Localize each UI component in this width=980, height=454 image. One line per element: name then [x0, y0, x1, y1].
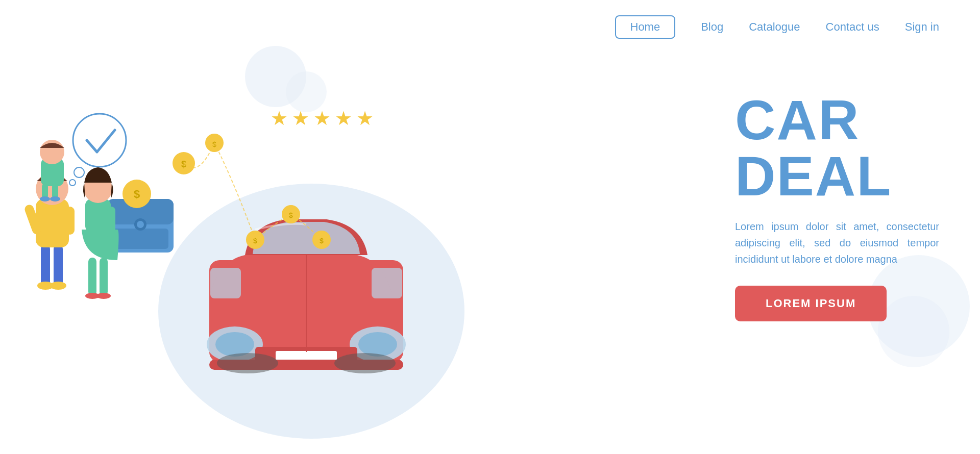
main-nav: Home Blog Catalogue Contact us Sign in	[521, 0, 980, 39]
nav-contact[interactable]: Contact us	[826, 20, 879, 34]
star-4: ★	[335, 107, 352, 130]
svg-point-32	[74, 167, 84, 178]
svg-rect-52	[85, 199, 111, 232]
svg-point-47	[50, 196, 60, 201]
svg-text:$: $	[134, 188, 140, 200]
svg-point-17	[137, 221, 144, 228]
svg-rect-34	[41, 245, 50, 286]
cta-button[interactable]: LOREM IPSUM	[735, 286, 887, 321]
star-rating: ★ ★ ★ ★ ★	[271, 107, 374, 130]
nav-blog[interactable]: Blog	[701, 20, 723, 34]
svg-point-11	[217, 353, 278, 373]
svg-text:$: $	[212, 140, 216, 148]
nav-signin[interactable]: Sign in	[905, 20, 939, 34]
star-3: ★	[313, 107, 331, 130]
svg-rect-2	[210, 268, 241, 298]
svg-rect-49	[100, 258, 108, 296]
svg-rect-3	[372, 268, 402, 298]
nav-catalogue[interactable]: Catalogue	[749, 20, 800, 34]
svg-rect-38	[36, 199, 69, 247]
svg-point-37	[50, 282, 66, 290]
hero-description: Lorem ipsum dolor sit amet, consectetur …	[735, 218, 939, 267]
svg-point-31	[73, 114, 126, 167]
svg-rect-18	[112, 229, 168, 249]
svg-rect-48	[88, 258, 96, 296]
svg-point-51	[96, 293, 111, 299]
svg-point-6	[215, 332, 254, 357]
illustration-svg: $ $ $ $ $ $	[0, 41, 561, 439]
star-1: ★	[271, 107, 288, 130]
svg-rect-54	[107, 207, 115, 240]
star-5: ★	[356, 107, 374, 130]
svg-point-7	[358, 332, 397, 357]
svg-rect-35	[54, 245, 63, 286]
nav-home[interactable]: Home	[615, 15, 676, 39]
svg-point-33	[69, 180, 76, 186]
svg-point-46	[40, 196, 50, 201]
hero-title: CAR DEAL	[735, 92, 939, 204]
svg-point-12	[334, 353, 396, 373]
star-2: ★	[292, 107, 309, 130]
right-panel: CAR DEAL Lorem ipsum dolor sit amet, con…	[735, 92, 939, 321]
svg-rect-41	[65, 207, 75, 235]
